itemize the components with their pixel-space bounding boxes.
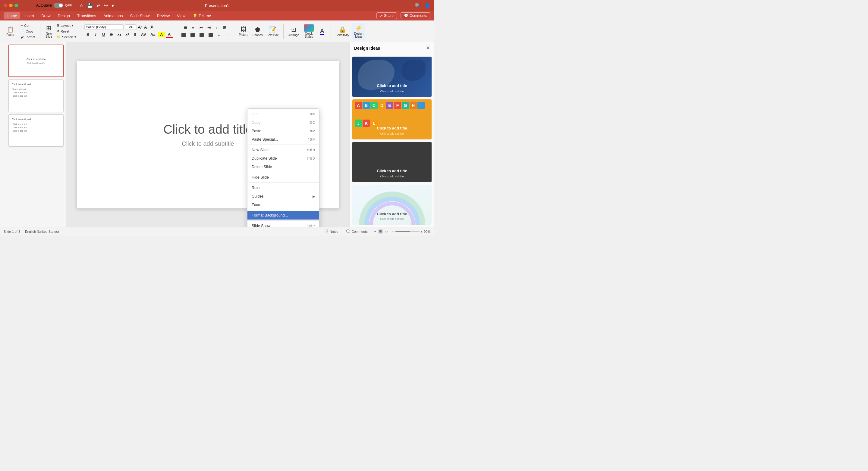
- close-button[interactable]: [4, 4, 7, 7]
- shapes-button[interactable]: ⬟ Shapes: [251, 23, 265, 40]
- design-card-3[interactable]: Click to add title Click to add subtitle: [352, 142, 432, 182]
- columns-button[interactable]: ⊞: [221, 24, 228, 31]
- slide-thumb-1[interactable]: Click to add title Click to add subtitle: [8, 44, 64, 77]
- layout-button[interactable]: ⊟ Layout ▾: [55, 23, 78, 28]
- menu-transitions[interactable]: Transitions: [74, 12, 99, 19]
- change-case-button[interactable]: Aa: [149, 31, 157, 38]
- ctx-guides[interactable]: Guides ▶: [247, 192, 319, 201]
- menu-animations[interactable]: Animations: [100, 12, 126, 19]
- align-left-button[interactable]: ⬛: [179, 32, 188, 38]
- quick-styles-button[interactable]: QuickStyles: [302, 23, 315, 40]
- highlight-button[interactable]: A: [158, 32, 165, 37]
- ctx-delete-slide[interactable]: Delete Slide: [247, 163, 319, 171]
- maximize-button[interactable]: [14, 4, 18, 7]
- menu-slideshow[interactable]: Slide Show: [127, 12, 153, 19]
- bold-button[interactable]: B: [84, 31, 92, 38]
- reset-button[interactable]: ↺ Reset: [55, 29, 78, 34]
- new-slide-button[interactable]: ⊞ NewSlide: [43, 23, 54, 40]
- justify-button[interactable]: ⬛: [207, 32, 215, 38]
- increase-indent-button[interactable]: ⇥: [205, 24, 213, 31]
- ctx-paste-special[interactable]: Paste Special... ^⌘V: [247, 135, 319, 144]
- profile-icon[interactable]: 👤: [424, 3, 430, 8]
- italic-button[interactable]: I: [92, 31, 99, 38]
- menu-design[interactable]: Design: [55, 12, 73, 19]
- underline-button[interactable]: U: [100, 31, 107, 38]
- search-icon[interactable]: 🔍: [415, 3, 421, 8]
- font-color-toolbar-button[interactable]: A: [317, 23, 328, 40]
- bullet-list-button[interactable]: ☰: [182, 24, 189, 31]
- menu-review[interactable]: Review: [154, 12, 173, 19]
- cut-button[interactable]: ✂ Cut: [19, 23, 37, 28]
- menu-view[interactable]: View: [174, 12, 188, 19]
- undo-icon[interactable]: ↩: [96, 3, 100, 8]
- menu-tellme[interactable]: 💡 Tell me: [190, 12, 214, 19]
- comments-status-button[interactable]: 💬 Comments: [344, 229, 370, 234]
- notes-button[interactable]: 📝 Notes: [322, 229, 341, 234]
- align-right-button[interactable]: ⬛: [197, 32, 206, 38]
- copy-button[interactable]: 📄 Copy: [19, 29, 37, 34]
- ctx-paste[interactable]: Paste ⌘V: [247, 127, 319, 135]
- char-spacing-button[interactable]: AV: [139, 31, 148, 38]
- font-color-button[interactable]: A: [166, 31, 173, 38]
- smartart-convert-button[interactable]: →: [224, 32, 231, 38]
- format-painter-button[interactable]: 🖌 Format: [19, 35, 37, 39]
- font-family-input[interactable]: [84, 24, 124, 30]
- superscript-button[interactable]: x²: [124, 31, 131, 38]
- comments-button[interactable]: 💬 Comments: [401, 12, 430, 19]
- ctx-ruler[interactable]: Ruler: [247, 184, 319, 192]
- font-size-input[interactable]: [125, 24, 137, 30]
- slide-thumb-2[interactable]: Click to add text Click to add text • Cl…: [8, 79, 64, 112]
- minimize-button[interactable]: [9, 4, 13, 7]
- design-card-1[interactable]: Click to add title Click to add subtitle: [352, 57, 432, 97]
- design-panel-close-button[interactable]: ✕: [426, 45, 430, 51]
- zoom-slider[interactable]: [396, 231, 420, 232]
- font-size-increase-button[interactable]: A↑: [138, 25, 143, 30]
- ctx-new-slide[interactable]: New Slide ⇧⌘N: [247, 146, 319, 154]
- strikethrough-button[interactable]: S: [108, 31, 115, 38]
- view-btn-presenter[interactable]: ▭: [384, 229, 389, 234]
- text-shadow-button[interactable]: S: [131, 31, 138, 38]
- ctx-duplicate-slide[interactable]: Duplicate Slide ⇧⌘D: [247, 154, 319, 163]
- autosave-control: AutoSave OFF: [36, 3, 72, 8]
- zoom-out-button[interactable]: −: [392, 230, 394, 233]
- paragraph-spacing-button[interactable]: ↕: [213, 24, 220, 31]
- font-size-decrease-button[interactable]: A↓: [144, 25, 149, 30]
- section-button[interactable]: 📁 Section ▾: [55, 34, 78, 39]
- ctx-copy[interactable]: Copy ⌘C: [247, 119, 319, 127]
- numbered-list-button[interactable]: ≡: [190, 24, 197, 31]
- textbox-button[interactable]: 📝 Text Box: [265, 23, 280, 40]
- clear-format-button[interactable]: ✗: [150, 25, 154, 30]
- save-icon[interactable]: 💾: [87, 3, 93, 8]
- text-direction-button[interactable]: ↔: [216, 32, 223, 38]
- slide-subtitle-placeholder[interactable]: Click to add subtitle: [182, 140, 234, 147]
- menu-draw[interactable]: Draw: [38, 12, 53, 19]
- paste-button[interactable]: 📋 Paste: [2, 23, 18, 40]
- more-icon[interactable]: ▾: [112, 3, 114, 8]
- redo-icon[interactable]: ↪: [104, 3, 108, 8]
- ctx-zoom[interactable]: Zoom...: [247, 201, 319, 209]
- slide-thumb-3[interactable]: Click to add text • Click to add text • …: [8, 114, 64, 147]
- slide-title-placeholder[interactable]: Click to add title: [163, 122, 253, 137]
- ctx-slide-show[interactable]: Slide Show ⇧⌘↩: [247, 222, 319, 227]
- subscript-button[interactable]: x₂: [116, 31, 123, 38]
- design-ideas-button[interactable]: ⚡ DesignIdeas: [352, 23, 365, 40]
- zoom-in-button[interactable]: +: [421, 230, 423, 233]
- align-center-button[interactable]: ⬛: [188, 32, 197, 38]
- autosave-toggle[interactable]: [54, 3, 63, 8]
- canvas-area[interactable]: Click to add title Click to add subtitle…: [66, 42, 350, 227]
- decrease-indent-button[interactable]: ⇤: [197, 24, 205, 31]
- arrange-button[interactable]: ⊡ Arrange: [287, 23, 301, 40]
- share-button[interactable]: ↗ Share: [376, 12, 397, 19]
- view-btn-grid[interactable]: ⊞: [378, 229, 383, 234]
- view-btn-lines[interactable]: ≡: [373, 229, 377, 234]
- design-card-4[interactable]: Click to add title Click to add subtitle: [352, 184, 432, 225]
- design-card-2[interactable]: A B C D E F G H I J K L Click to add tit…: [352, 99, 432, 140]
- picture-button[interactable]: 🖼 Picture: [237, 23, 250, 40]
- sensitivity-button[interactable]: 🔒 Sensitivity: [334, 23, 351, 40]
- ctx-cut[interactable]: Cut ⌘X: [247, 110, 319, 119]
- ctx-format-background[interactable]: Format Background...: [247, 211, 319, 220]
- home-icon[interactable]: ⌂: [80, 3, 83, 8]
- menu-home[interactable]: Home: [4, 12, 20, 19]
- menu-insert[interactable]: Insert: [22, 12, 37, 19]
- ctx-hide-slide[interactable]: Hide Slide: [247, 173, 319, 181]
